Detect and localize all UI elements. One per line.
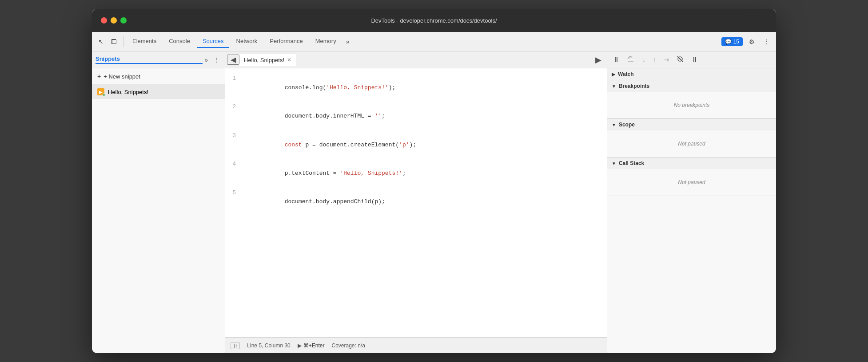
code-plain: ; — [382, 113, 385, 119]
run-shortcut-text: ⌘+Enter — [303, 342, 325, 349]
breakpoints-empty-label: No breakpoints — [674, 102, 710, 108]
device-emulation-button[interactable]: ⧠ — [108, 36, 119, 47]
code-line-5: 5 document.body.appendChild(p); — [225, 188, 607, 216]
run-icon: ▶ — [298, 342, 302, 349]
code-text-4: p.textContent = 'Hello, Snippets!'; — [243, 160, 406, 187]
tab-memory[interactable]: Memory — [310, 35, 342, 48]
toolbar-divider — [123, 36, 123, 47]
tab-sources[interactable]: Sources — [197, 35, 229, 48]
right-panel: ⏸ ↓ ↑ ⇥ ⏸ — [607, 51, 776, 353]
code-plain: console.log( — [285, 84, 326, 91]
sidebar: Snippets » ⋮ + + New snippet ▶ Hello, Sn… — [92, 51, 225, 353]
window-controls — [101, 17, 127, 24]
notification-icon: 💬 — [725, 39, 732, 45]
new-snippet-button[interactable]: + + New snippet — [92, 68, 225, 85]
call-stack-not-paused-label: Not paused — [678, 179, 705, 185]
line-number-1: 1 — [225, 75, 243, 83]
close-button[interactable] — [101, 17, 107, 24]
deactivate-breakpoints-button[interactable] — [673, 53, 687, 66]
call-stack-content: Not paused — [607, 169, 776, 196]
code-plain: p.textContent = — [285, 170, 340, 177]
tab-console[interactable]: Console — [163, 35, 195, 48]
pause-button[interactable]: ⏸ — [610, 54, 622, 66]
snippet-item[interactable]: ▶ Hello, Snippets! — [92, 85, 225, 99]
code-line-1: 1 console.log('Hello, Snippets!'); — [225, 74, 607, 102]
format-button[interactable]: {} — [231, 342, 240, 349]
coverage-label: Coverage: n/a — [331, 342, 365, 349]
watch-section-header[interactable]: ▶ Watch — [607, 68, 776, 80]
breakpoints-section-header[interactable]: ▼ Breakpoints — [607, 80, 776, 92]
call-stack-section: ▼ Call Stack Not paused — [607, 157, 776, 196]
cursor-position: Line 5, Column 30 — [247, 342, 290, 349]
scope-section-header[interactable]: ▼ Scope — [607, 119, 776, 130]
watch-section: ▶ Watch — [607, 68, 776, 80]
pause-on-exceptions-button[interactable]: ⏸ — [689, 54, 701, 66]
notification-count: 15 — [733, 39, 739, 45]
plus-icon: + — [97, 73, 101, 80]
editor-tabs: ◀ Hello, Snippets! ✕ ▶ — [225, 51, 607, 68]
editor-tab-hello-snippets[interactable]: Hello, Snippets! ✕ — [239, 54, 296, 66]
code-plain: ); — [389, 84, 396, 91]
sidebar-menu-button[interactable]: ⋮ — [211, 55, 221, 64]
code-line-3: 3 const p = document.createElement('p'); — [225, 131, 607, 159]
line-number-3: 3 — [225, 132, 243, 140]
cursor-tool-button[interactable]: ↖ — [96, 36, 106, 47]
editor-content[interactable]: 1 console.log('Hello, Snippets!'); 2 doc… — [225, 68, 607, 337]
editor-statusbar: {} Line 5, Column 30 ▶ ⌘+Enter Coverage:… — [225, 337, 607, 353]
step-out-button[interactable]: ↑ — [650, 54, 659, 66]
call-stack-chevron: ▼ — [612, 161, 616, 166]
step-into-button[interactable]: ↓ — [639, 54, 648, 66]
step-over-button[interactable] — [624, 53, 637, 66]
more-options-button[interactable]: ⋮ — [761, 36, 772, 47]
call-stack-section-header[interactable]: ▼ Call Stack — [607, 157, 776, 169]
line-number-5: 5 — [225, 189, 243, 197]
code-line-4: 4 p.textContent = 'Hello, Snippets!'; — [225, 159, 607, 188]
tab-performance[interactable]: Performance — [264, 35, 308, 48]
code-keyword: const — [285, 142, 302, 148]
tab-elements[interactable]: Elements — [127, 35, 162, 48]
editor-toggle-button[interactable]: ◀ — [227, 55, 239, 65]
settings-button[interactable]: ⚙ — [746, 36, 757, 47]
snippet-file-icon: ▶ — [97, 88, 104, 95]
scope-not-paused-label: Not paused — [678, 141, 705, 147]
minimize-button[interactable] — [111, 17, 117, 24]
sidebar-icons: » ⋮ — [203, 55, 221, 64]
code-text-2: document.body.innerHTML = ''; — [243, 102, 385, 130]
scope-title: Scope — [619, 122, 635, 128]
breakpoints-section: ▼ Breakpoints No breakpoints — [607, 80, 776, 119]
devtools-window: DevTools - developer.chrome.com/docs/dev… — [92, 9, 776, 353]
editor-run-button[interactable]: ▶ — [592, 55, 605, 65]
watch-title: Watch — [618, 71, 634, 77]
breakpoints-chevron: ▼ — [612, 84, 616, 89]
code-plain: document.body.innerHTML = — [285, 113, 375, 119]
run-shortcut[interactable]: ▶ ⌘+Enter — [298, 342, 325, 349]
main-toolbar: ↖ ⧠ Elements Console Sources Network Per… — [92, 32, 776, 51]
scope-content: Not paused — [607, 130, 776, 157]
debug-toolbar: ⏸ ↓ ↑ ⇥ ⏸ — [607, 51, 776, 68]
sidebar-more-button[interactable]: » — [203, 55, 210, 64]
svg-line-1 — [677, 56, 683, 62]
code-str: 'Hello, Snippets!' — [326, 84, 388, 91]
scope-chevron: ▼ — [612, 122, 616, 127]
code-line-2: 2 document.body.innerHTML = ''; — [225, 102, 607, 130]
code-str: 'Hello, Snippets!' — [340, 170, 402, 177]
editor-tab-close-button[interactable]: ✕ — [287, 57, 291, 63]
line-number-2: 2 — [225, 103, 243, 111]
code-str: 'p' — [399, 142, 409, 148]
snippet-name: Hello, Snippets! — [108, 89, 148, 95]
step-button[interactable]: ⇥ — [661, 54, 672, 66]
main-content: Snippets » ⋮ + + New snippet ▶ Hello, Sn… — [92, 51, 776, 353]
line-number-4: 4 — [225, 160, 243, 169]
breakpoints-title: Breakpoints — [619, 83, 649, 89]
more-tabs-button[interactable]: » — [343, 36, 352, 47]
snippet-active-dot — [103, 94, 105, 96]
code-plain: ; — [402, 170, 406, 177]
call-stack-title: Call Stack — [619, 160, 644, 166]
notifications-button[interactable]: 💬 15 — [721, 37, 743, 46]
code-str: '' — [374, 113, 382, 119]
maximize-button[interactable] — [120, 17, 127, 24]
code-plain: ); — [409, 142, 416, 148]
code-text-5: document.body.appendChild(p); — [243, 189, 385, 216]
watch-chevron: ▶ — [612, 72, 615, 77]
tab-network[interactable]: Network — [231, 35, 263, 48]
